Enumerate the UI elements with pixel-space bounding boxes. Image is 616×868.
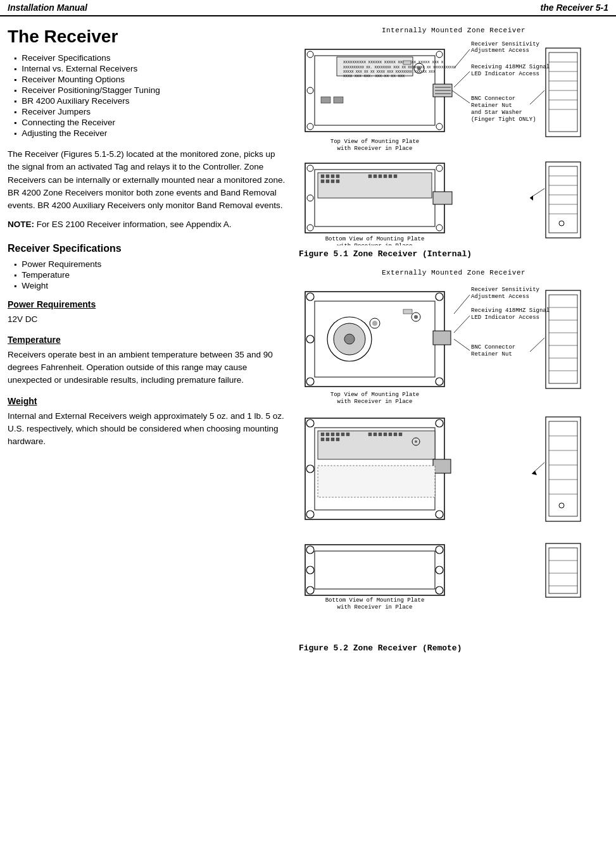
svg-rect-60 xyxy=(336,180,339,183)
svg-point-20 xyxy=(417,66,421,70)
svg-rect-53 xyxy=(321,175,324,178)
spec-item-2: Temperature xyxy=(14,270,286,280)
svg-rect-62 xyxy=(374,175,377,178)
svg-line-102 xyxy=(454,316,470,333)
toc-item-7: Connecting the Receiver xyxy=(14,118,286,127)
temp-text: Receivers operate best in an ambient tem… xyxy=(8,349,286,387)
svg-rect-56 xyxy=(336,175,339,178)
svg-text:Retainer Nut: Retainer Nut xyxy=(471,351,512,357)
fig1-diagram: XXXXXXXXXX XXXXXX XXXXX XXX XXXX XXXXX X… xyxy=(299,37,590,245)
svg-text:Bottom View of Mounting Plate: Bottom View of Mounting Plate xyxy=(325,236,425,242)
note-text: For ES 2100 Receiver information, see Ap… xyxy=(37,220,232,229)
svg-rect-158 xyxy=(549,421,577,516)
svg-rect-128 xyxy=(331,433,334,436)
svg-line-34 xyxy=(452,90,470,103)
svg-text:BNC Connector: BNC Connector xyxy=(471,96,515,102)
svg-rect-130 xyxy=(321,438,324,441)
svg-point-152 xyxy=(436,566,443,574)
svg-rect-82 xyxy=(305,292,444,387)
svg-text:and Star Washer: and Star Washer xyxy=(471,109,522,116)
toc-item-6: Receiver Jumpers xyxy=(14,107,286,116)
svg-rect-168 xyxy=(549,548,577,593)
fig2-diagram: Top View of Mounting Plate with Receiver… xyxy=(299,279,590,640)
toc-item-2: Internal vs. External Receivers xyxy=(14,64,286,73)
svg-rect-150 xyxy=(315,551,435,589)
svg-text:XXXX XXX XXX: XXX-XX  XX XXX: XXXX XXX XXX: XXX-XX XX XXX xyxy=(343,74,405,78)
svg-rect-54 xyxy=(326,175,329,178)
svg-rect-58 xyxy=(326,180,329,183)
svg-point-9 xyxy=(307,123,313,130)
svg-point-94 xyxy=(414,315,418,319)
svg-point-77 xyxy=(559,221,564,226)
toc-item-5: BR 4200 Auxiliary Receivers xyxy=(14,96,286,106)
svg-text:XXXXXXXXXX XXXXXX XXXXX XXX XX: XXXXXXXXXX XXXXXX XXXXX XXX XXXX XXXXX X… xyxy=(343,60,444,65)
toc-item-3: Receiver Mounting Options xyxy=(14,75,286,84)
specs-section-heading: Receiver Specifications xyxy=(8,243,286,254)
svg-point-84 xyxy=(306,335,314,343)
page-header: Installation Manual the Receiver 5-1 xyxy=(0,0,616,16)
header-right: the Receiver 5-1 xyxy=(541,3,608,13)
svg-point-81 xyxy=(436,293,443,301)
svg-point-92 xyxy=(372,321,377,326)
svg-rect-133 xyxy=(336,438,339,441)
svg-rect-131 xyxy=(326,438,329,441)
svg-point-80 xyxy=(306,293,314,301)
power-value: 12V DC xyxy=(8,313,286,326)
svg-point-8 xyxy=(436,51,443,58)
svg-line-27 xyxy=(454,71,470,87)
svg-text:Receiver Sensitivity: Receiver Sensitivity xyxy=(471,41,540,47)
svg-point-151 xyxy=(306,566,314,574)
svg-rect-95 xyxy=(403,309,412,314)
svg-text:Adjustment Access: Adjustment Access xyxy=(471,47,529,54)
svg-text:XXXXX XXX XX XX XXXX XXX XXXXX: XXXXX XXX XX XX XXXX XXX XXXXXXXX XXXXXX… xyxy=(343,70,436,74)
svg-rect-21 xyxy=(403,61,411,65)
svg-line-113 xyxy=(530,338,544,352)
svg-line-43 xyxy=(530,90,544,104)
svg-point-148 xyxy=(436,546,443,554)
main-title: The Receiver xyxy=(8,27,286,47)
svg-point-87 xyxy=(436,378,443,385)
svg-rect-132 xyxy=(331,438,334,441)
svg-rect-139 xyxy=(384,433,387,436)
svg-point-121 xyxy=(306,465,314,473)
figure-5-2-container: Externally Mounted Zone Receiver xyxy=(299,269,608,653)
fig1-title: Internally Mounted Zone Receiver xyxy=(299,27,608,34)
svg-point-86 xyxy=(306,378,314,385)
svg-text:XXXXXXXXXX XX. XXXXXXXX XXX XX: XXXXXXXXXX XX. XXXXXXXX XXX XX XXXXXXXX … xyxy=(343,65,456,70)
svg-rect-138 xyxy=(379,433,382,436)
svg-rect-136 xyxy=(368,433,372,436)
note-paragraph: NOTE: For ES 2100 Receiver information, … xyxy=(8,218,286,231)
svg-text:Receiving 418MHZ Signal: Receiving 418MHZ Signal xyxy=(471,307,550,314)
svg-text:with Receiver in Place: with Receiver in Place xyxy=(337,399,413,405)
svg-rect-145 xyxy=(433,459,451,473)
svg-rect-59 xyxy=(331,180,334,183)
svg-text:Receiver Sensitivity: Receiver Sensitivity xyxy=(471,287,540,293)
svg-text:BNC Connector: BNC Connector xyxy=(471,344,515,350)
svg-point-118 xyxy=(436,419,443,427)
svg-line-99 xyxy=(454,295,470,314)
spec-list: Power Requirements Temperature Weight xyxy=(8,259,286,290)
svg-rect-17 xyxy=(321,97,330,103)
svg-marker-79 xyxy=(530,195,533,201)
svg-text:Adjustment Access: Adjustment Access xyxy=(471,294,529,300)
spec-item-1: Power Requirements xyxy=(14,259,286,269)
fig2-title: Externally Mounted Zone Receiver xyxy=(299,269,608,276)
svg-point-7 xyxy=(307,51,313,58)
temp-heading: Temperature xyxy=(8,335,286,345)
svg-line-24 xyxy=(454,49,470,68)
svg-rect-66 xyxy=(394,175,397,178)
svg-rect-126 xyxy=(321,433,324,436)
svg-point-164 xyxy=(559,503,564,508)
svg-text:with Receiver in Place: with Receiver in Place xyxy=(337,604,413,611)
svg-line-116 xyxy=(454,339,470,350)
svg-rect-65 xyxy=(389,175,392,178)
svg-rect-106 xyxy=(549,295,577,383)
svg-text:LED Indicator Access: LED Indicator Access xyxy=(471,314,539,321)
svg-rect-63 xyxy=(379,175,382,178)
svg-text:LED Indicator Access: LED Indicator Access xyxy=(471,71,539,77)
svg-rect-96 xyxy=(433,331,451,345)
left-column: The Receiver Receiver Specifications Int… xyxy=(8,27,286,663)
weight-text: Internal and External Receivers weigh ap… xyxy=(8,410,286,449)
svg-rect-146 xyxy=(318,466,435,497)
svg-text:Receiving 418MHZ Signal: Receiving 418MHZ Signal xyxy=(471,64,550,70)
